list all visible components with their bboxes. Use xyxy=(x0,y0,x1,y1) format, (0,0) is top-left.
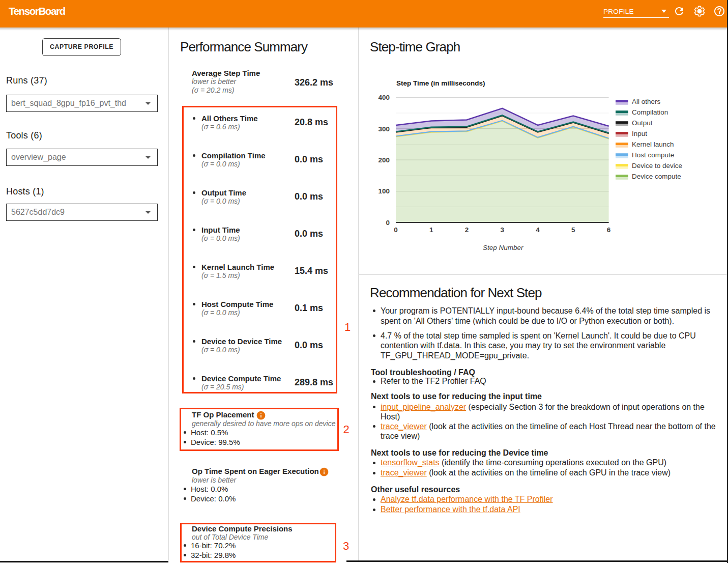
svg-text:Device to device: Device to device xyxy=(632,162,682,170)
svg-text:1: 1 xyxy=(429,226,433,234)
svg-text:4: 4 xyxy=(536,226,540,234)
svg-text:400: 400 xyxy=(378,94,390,101)
svg-text:Host compute: Host compute xyxy=(632,151,674,159)
svg-text:All others: All others xyxy=(632,98,661,105)
svg-text:0: 0 xyxy=(386,219,390,227)
svg-text:Device compute: Device compute xyxy=(632,173,681,180)
svg-text:200: 200 xyxy=(378,156,390,164)
svg-text:2: 2 xyxy=(465,226,469,234)
svg-text:5: 5 xyxy=(571,226,575,234)
svg-text:6: 6 xyxy=(607,226,611,234)
svg-text:Step Time (in milliseconds): Step Time (in milliseconds) xyxy=(396,79,485,87)
svg-text:0: 0 xyxy=(394,226,398,234)
svg-text:3: 3 xyxy=(501,226,505,234)
svg-text:Kernel launch: Kernel launch xyxy=(632,140,674,148)
svg-text:Output: Output xyxy=(632,119,653,127)
svg-text:300: 300 xyxy=(378,125,390,133)
svg-text:Input: Input xyxy=(632,130,647,137)
svg-text:Step Number: Step Number xyxy=(483,244,523,251)
svg-text:100: 100 xyxy=(378,187,390,195)
svg-text:Compilation: Compilation xyxy=(632,108,668,116)
